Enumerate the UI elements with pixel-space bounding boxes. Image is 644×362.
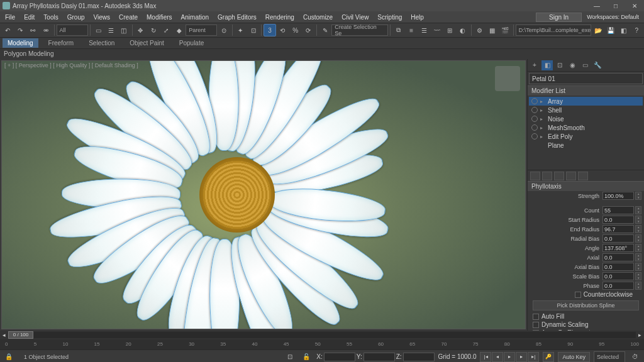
next-frame-icon[interactable]: ▸ (516, 352, 527, 362)
signin-button[interactable]: Sign In (536, 13, 582, 22)
select-region-icon[interactable]: ◫ (118, 24, 130, 36)
isolate-icon[interactable]: ⊡ (284, 351, 296, 363)
open-file-icon[interactable]: 📂 (592, 24, 604, 36)
menu-help[interactable]: Help (407, 13, 428, 22)
axial-field[interactable]: 0.0 (602, 253, 634, 261)
ccw-checkbox[interactable] (575, 292, 581, 298)
lock-icon[interactable]: 🔒 (3, 351, 15, 363)
remove-modifier-icon[interactable] (566, 172, 576, 180)
display-tab-icon[interactable]: ▭ (579, 60, 591, 70)
rollout-phyllotaxis[interactable]: Phyllotaxis (528, 181, 644, 191)
modifier-plane[interactable]: Plane (529, 141, 643, 150)
close-button[interactable]: ✕ (625, 0, 644, 11)
viewport-label[interactable]: [ + ] [ Perspective ] [ High Quality ] [… (4, 62, 138, 69)
container-icon[interactable]: ◧ (618, 24, 630, 36)
selectmanip-icon[interactable]: ✦ (235, 24, 247, 36)
named-selset[interactable]: Create Selection Se (331, 25, 388, 36)
spinner-icon[interactable]: ▴▾ (635, 234, 641, 243)
menu-modifiers[interactable]: Modifiers (143, 13, 176, 22)
keymode-icon[interactable]: ⊡ (247, 24, 259, 36)
visibility-toggle-icon[interactable] (531, 107, 538, 113)
render-frame-icon[interactable]: ▦ (486, 24, 498, 36)
modifier-noise[interactable]: ▸Noise (529, 114, 643, 123)
menu-create[interactable]: Create (115, 13, 142, 22)
selection-lock-icon[interactable]: 🔓 (300, 351, 313, 363)
y-coord-field[interactable] (364, 353, 395, 361)
utilities-tab-icon[interactable]: 🔧 (592, 60, 603, 70)
tab-objectpaint[interactable]: Object Paint (125, 38, 169, 48)
show-result-icon[interactable] (542, 172, 552, 180)
arraybyelem-checkbox[interactable] (533, 330, 539, 331)
selection-filter[interactable]: All (57, 25, 88, 36)
minimize-button[interactable]: — (587, 0, 606, 11)
edit-selset-icon[interactable]: ✎ (319, 24, 331, 36)
spinner-icon[interactable]: ▴▾ (635, 225, 641, 233)
viewcube[interactable] (495, 66, 520, 91)
autofill-checkbox[interactable] (533, 314, 539, 320)
spinner-icon[interactable]: ▴▾ (635, 206, 641, 214)
spinner-icon[interactable]: ▴▾ (635, 272, 641, 280)
goto-start-icon[interactable]: |◂ (480, 352, 491, 362)
percent-snap-icon[interactable]: % (289, 24, 301, 36)
scale-icon[interactable]: ⤢ (160, 24, 172, 36)
spinner-icon[interactable]: ▴▾ (635, 263, 641, 271)
phase-field[interactable]: 0.0 (602, 282, 634, 290)
menu-rendering[interactable]: Rendering (262, 13, 298, 22)
scalebias-field[interactable]: 0.0 (602, 272, 634, 280)
modifier-array[interactable]: ▸Array (529, 97, 643, 106)
align-icon[interactable]: ≡ (406, 24, 418, 36)
render-icon[interactable]: 🎬 (499, 24, 511, 36)
spinner-icon[interactable]: ▴▾ (635, 253, 641, 261)
layers-icon[interactable]: ☰ (418, 24, 430, 36)
strength-field[interactable]: 100.0% (602, 192, 634, 200)
modifier-list-dropdown[interactable]: Modifier List (528, 85, 644, 96)
motion-tab-icon[interactable]: ◉ (567, 60, 578, 70)
redo-icon[interactable]: ↷ (14, 24, 26, 36)
axialbias-field[interactable]: 0.0 (602, 263, 634, 271)
configure-sets-icon[interactable] (578, 172, 588, 180)
help-icon[interactable]: ? (631, 24, 643, 36)
autokey-button[interactable]: Auto Key (558, 352, 590, 362)
keyfilter-dropdown[interactable]: Selected (594, 351, 625, 363)
select-name-icon[interactable]: ☰ (105, 24, 117, 36)
modify-tab-icon[interactable]: ◧ (541, 60, 553, 70)
spinner-icon[interactable]: ▴▾ (635, 192, 641, 200)
snap-toggle-icon[interactable]: 3 (264, 24, 275, 36)
create-tab-icon[interactable]: + (529, 60, 540, 70)
render-setup-icon[interactable]: ⚙ (474, 24, 486, 36)
play-icon[interactable]: ▸ (504, 352, 515, 362)
spinner-icon[interactable]: ▴▾ (635, 244, 641, 252)
time-slider-thumb[interactable]: 0 / 100 (8, 331, 33, 339)
menu-tools[interactable]: Tools (40, 13, 62, 22)
tab-freeform[interactable]: Freeform (43, 38, 79, 48)
visibility-toggle-icon[interactable] (531, 98, 538, 104)
placement-icon[interactable]: ◆ (173, 24, 185, 36)
tab-selection[interactable]: Selection (84, 38, 119, 48)
dynscale-checkbox[interactable] (533, 322, 539, 328)
timeline[interactable]: 0510152025303540455055606570758085909510… (0, 339, 644, 349)
menu-animation[interactable]: Animation (177, 13, 213, 22)
count-field[interactable]: 55 (602, 206, 634, 214)
endradius-field[interactable]: 96.7 (602, 225, 634, 233)
menu-group[interactable]: Group (64, 13, 89, 22)
visibility-toggle-icon[interactable] (531, 124, 538, 131)
z-coord-field[interactable] (403, 353, 435, 361)
object-name-field[interactable]: Petal 01 (529, 73, 643, 84)
modifier-shell[interactable]: ▸Shell (529, 106, 643, 114)
refcoord-dropdown[interactable]: Parent (186, 25, 217, 36)
save-icon[interactable]: 💾 (605, 24, 617, 36)
angle-field[interactable]: 137.508° (602, 244, 634, 252)
pivot-icon[interactable]: ⊙ (218, 24, 230, 36)
time-slider[interactable]: ◂ 0 / 100 ▸ (0, 331, 644, 339)
material-editor-icon[interactable]: ◐ (457, 24, 469, 36)
visibility-toggle-icon[interactable] (531, 133, 538, 140)
startradius-field[interactable]: 0.0 (602, 216, 634, 224)
radialbias-field[interactable]: 0.0 (602, 234, 634, 243)
pick-spline-button[interactable]: Pick Distribution Spline (533, 300, 639, 310)
curve-editor-icon[interactable]: 〰 (431, 24, 443, 36)
menu-customize[interactable]: Customize (299, 13, 336, 22)
menu-file[interactable]: File (1, 13, 19, 22)
menu-grapheditors[interactable]: Graph Editors (214, 13, 260, 22)
menu-civilview[interactable]: Civil View (338, 13, 372, 22)
goto-end-icon[interactable]: ▸| (528, 352, 539, 362)
